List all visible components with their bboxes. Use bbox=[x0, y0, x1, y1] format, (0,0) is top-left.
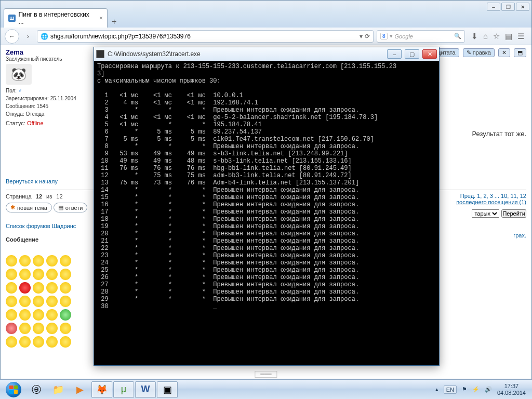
smile-icon[interactable] bbox=[33, 296, 44, 307]
posts-value: 1545 bbox=[37, 103, 48, 109]
gender-icon: ♂ bbox=[18, 88, 22, 94]
task-cmd-icon[interactable]: ▣ bbox=[157, 381, 178, 398]
smile-icon[interactable] bbox=[60, 255, 71, 267]
smile-icon[interactable] bbox=[33, 255, 44, 267]
smile-icon[interactable] bbox=[19, 269, 31, 280]
smile-icon[interactable] bbox=[60, 309, 71, 321]
smile-icon[interactable] bbox=[33, 269, 44, 280]
smile-icon[interactable] bbox=[6, 255, 17, 267]
task-word-icon[interactable]: W bbox=[135, 381, 156, 398]
smile-icon[interactable] bbox=[19, 282, 31, 294]
smile-icon[interactable] bbox=[46, 336, 58, 348]
tray-lang[interactable]: EN bbox=[444, 385, 457, 394]
page-label: Страница bbox=[6, 193, 32, 200]
dropdown-icon[interactable]: ▾ bbox=[360, 33, 363, 40]
smile-icon[interactable] bbox=[19, 336, 31, 348]
smile-icon[interactable] bbox=[46, 255, 58, 267]
smile-icon[interactable] bbox=[60, 336, 71, 348]
search-dropdown-icon[interactable]: ▾ bbox=[390, 33, 393, 39]
smile-icon[interactable] bbox=[6, 282, 17, 294]
bookmark-icon[interactable]: ☆ bbox=[493, 32, 500, 41]
tray-overflow-icon[interactable]: ▴ bbox=[435, 386, 438, 393]
smile-icon[interactable] bbox=[33, 282, 44, 294]
smile-icon[interactable] bbox=[33, 309, 44, 321]
bookmarks-list-icon[interactable]: ▤ bbox=[505, 32, 512, 41]
smile-icon[interactable] bbox=[60, 269, 71, 280]
last-visit-link[interactable]: последнего посещения (1) bbox=[456, 199, 526, 205]
smile-icon[interactable] bbox=[60, 323, 71, 334]
search-bar[interactable]: 8 ▾ Google 🔍 bbox=[377, 30, 465, 43]
smile-icon[interactable] bbox=[19, 309, 31, 321]
smile-icon[interactable] bbox=[60, 296, 71, 307]
tray-flag-icon[interactable]: ⚑ bbox=[462, 386, 467, 393]
cmd-close-button[interactable]: ✕ bbox=[422, 49, 437, 59]
menu-icon[interactable]: ☰ bbox=[517, 32, 524, 41]
forward-button[interactable]: › bbox=[22, 31, 34, 42]
task-ie-icon[interactable]: ⓔ bbox=[26, 381, 47, 398]
tray-volume-icon[interactable]: 🔊 bbox=[485, 386, 492, 393]
tray-network-icon[interactable]: ⚡ bbox=[472, 386, 480, 393]
page-of: из bbox=[46, 193, 52, 200]
sort-select[interactable]: тарых bbox=[472, 209, 499, 218]
report-button[interactable]: ⬒ bbox=[514, 48, 526, 57]
smile-icon[interactable] bbox=[33, 323, 44, 334]
url-input[interactable] bbox=[50, 33, 357, 40]
download-icon[interactable]: ⬇ bbox=[471, 32, 478, 41]
back-button[interactable]: ← bbox=[5, 29, 19, 44]
smile-icon[interactable] bbox=[6, 309, 17, 321]
prev-page-link[interactable]: Пред. bbox=[460, 193, 475, 199]
status-label: Статус: bbox=[6, 120, 25, 126]
new-tab-button[interactable]: + bbox=[108, 16, 121, 28]
tray-clock[interactable]: 17:37 04.08.2014 bbox=[497, 383, 526, 396]
browser-minimize-button[interactable]: – bbox=[487, 3, 500, 11]
reload-button[interactable]: ⟳ bbox=[365, 33, 370, 40]
cmd-minimize-button[interactable]: – bbox=[387, 49, 402, 59]
horizontal-scrollbar[interactable]: ═══ bbox=[255, 371, 277, 378]
smile-icon[interactable] bbox=[6, 336, 17, 348]
reply-button[interactable]: ▤ответи bbox=[54, 203, 88, 212]
home-icon[interactable]: ⌂ bbox=[483, 32, 488, 41]
smile-icon[interactable] bbox=[19, 255, 31, 267]
page-total: 12 bbox=[56, 193, 62, 200]
google-icon: 8 bbox=[380, 33, 388, 39]
browser-restore-button[interactable]: ❐ bbox=[501, 3, 515, 11]
smile-icon[interactable] bbox=[6, 296, 17, 307]
edit-icon: ✎ bbox=[467, 49, 471, 56]
reg-label: Зарегистрирован: bbox=[6, 96, 49, 101]
smile-icon[interactable] bbox=[33, 336, 44, 348]
delete-button[interactable]: ✕ bbox=[498, 48, 510, 57]
browser-close-button[interactable]: ✕ bbox=[516, 3, 529, 11]
page-links[interactable]: 1, 2, 3 ... 10, 11, 12 bbox=[477, 193, 526, 199]
search-icon[interactable]: 🔍 bbox=[454, 33, 461, 39]
smile-icon[interactable] bbox=[46, 269, 58, 280]
start-button[interactable] bbox=[2, 381, 25, 398]
smile-icon[interactable] bbox=[46, 282, 58, 294]
edit-button[interactable]: ✎ правка bbox=[463, 48, 495, 57]
task-media-icon[interactable]: ▶ bbox=[70, 381, 90, 398]
tab-bar: Ш Пинг в в интернетовских ... × + bbox=[1, 13, 531, 28]
task-explorer-icon[interactable]: 📁 bbox=[48, 381, 69, 398]
smile-icon[interactable] bbox=[19, 296, 31, 307]
url-bar[interactable]: 🌐 ▾ ⟳ bbox=[37, 30, 374, 43]
from-value: Отсюда bbox=[25, 111, 44, 117]
task-firefox-icon[interactable]: 🦊 bbox=[91, 381, 112, 398]
nav-bar: ← › 🌐 ▾ ⟳ 8 ▾ Google 🔍 ⬇ ⌂ ☆ ▤ ☰ bbox=[1, 28, 531, 45]
toolbar-icons: ⬇ ⌂ ☆ ▤ ☰ bbox=[468, 32, 527, 41]
cmd-title-text: C:\Windows\system32\tracert.exe bbox=[108, 50, 201, 58]
go-button[interactable]: Перейти bbox=[501, 209, 526, 218]
smile-icon[interactable] bbox=[46, 296, 58, 307]
smile-icon[interactable] bbox=[46, 323, 58, 334]
smile-icon[interactable] bbox=[19, 323, 31, 334]
taskbar: ⓔ 📁 ▶ 🦊 μ W ▣ ▴ EN ⚑ ⚡ 🔊 17:37 04.08.201… bbox=[0, 379, 532, 399]
status-value: Offline bbox=[27, 120, 44, 126]
tab-active[interactable]: Ш Пинг в в интернетовских ... × bbox=[4, 8, 108, 28]
new-topic-button[interactable]: ✱новая тема bbox=[6, 203, 52, 212]
smile-icon[interactable] bbox=[6, 269, 17, 280]
cmd-titlebar[interactable]: C:\Windows\system32\tracert.exe – ▢ ✕ bbox=[94, 47, 439, 61]
cmd-maximize-button[interactable]: ▢ bbox=[405, 49, 419, 59]
tab-close-button[interactable]: × bbox=[99, 15, 103, 22]
smile-icon[interactable] bbox=[46, 309, 58, 321]
task-utorrent-icon[interactable]: μ bbox=[113, 381, 134, 398]
smile-icon[interactable] bbox=[6, 323, 17, 334]
smile-icon[interactable] bbox=[60, 282, 71, 294]
